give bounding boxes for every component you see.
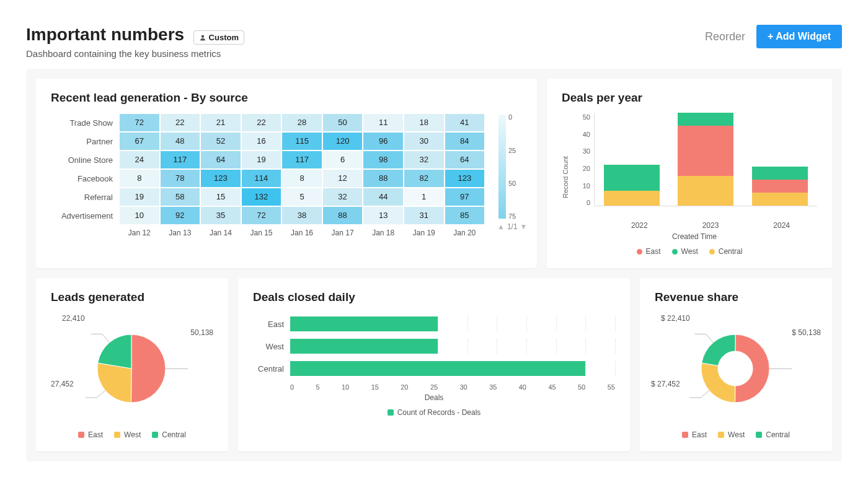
heatmap-cell[interactable]: 114 xyxy=(241,169,282,188)
reorder-button[interactable]: Reorder xyxy=(705,30,745,43)
heatmap-cell[interactable]: 12 xyxy=(322,169,363,188)
add-widget-button[interactable]: + Add Widget xyxy=(756,25,842,48)
deals-daily-xlabel: Deals xyxy=(253,393,615,402)
heatmap-cell[interactable]: 8 xyxy=(281,169,322,188)
rev-lbl-west: $ 27,452 xyxy=(651,380,680,388)
hbar-fill[interactable] xyxy=(290,339,438,354)
deals-year-xlabel: Created Time xyxy=(572,232,817,241)
heatmap-cell[interactable]: 64 xyxy=(445,151,485,169)
heatmap-cell[interactable]: 97 xyxy=(445,188,485,206)
heatmap-cell[interactable]: 88 xyxy=(322,206,363,225)
deals-year-yaxis: 50403020100 xyxy=(572,113,594,206)
person-icon xyxy=(199,34,206,41)
heatmap-row-label: Trade Show xyxy=(51,118,119,128)
heatmap-cell[interactable]: 35 xyxy=(200,206,241,225)
deals-year-legend: East West Central xyxy=(562,247,817,256)
heatmap-cell[interactable]: 115 xyxy=(281,132,322,151)
pager-prev-icon[interactable]: ▲ xyxy=(497,222,505,231)
rev-lbl-east: $ 50,138 xyxy=(792,328,821,337)
heatmap-cell[interactable]: 92 xyxy=(160,206,201,225)
heatmap-cell[interactable]: 19 xyxy=(241,151,282,169)
deals-year-card: Deals per year Record Count 50403020100 … xyxy=(547,79,832,268)
heatmap-cell[interactable]: 21 xyxy=(200,113,241,132)
pie-slice[interactable] xyxy=(98,334,131,369)
deals-daily-plot: EastWestCentral xyxy=(253,313,615,380)
heatmap-cell[interactable]: 58 xyxy=(160,188,201,206)
hbar-fill[interactable] xyxy=(290,316,438,331)
heatmap-row-label: Partner xyxy=(51,137,119,146)
heatmap-cell[interactable]: 48 xyxy=(160,132,201,151)
leads-pie-svg xyxy=(51,313,212,418)
heatmap-cell[interactable]: 10 xyxy=(119,206,160,225)
pie-slice[interactable] xyxy=(701,363,735,403)
heatmap-cell[interactable]: 32 xyxy=(322,188,363,206)
pie-slice[interactable] xyxy=(735,334,769,403)
custom-badge[interactable]: Custom xyxy=(193,30,244,45)
heatmap-cell[interactable]: 78 xyxy=(160,169,201,188)
heatmap-cell[interactable]: 1 xyxy=(404,188,445,206)
heatmap-cell[interactable]: 16 xyxy=(241,132,282,151)
heatmap-cell[interactable]: 96 xyxy=(363,132,404,151)
leads-pie-card: Leads generated 22,410 50,138 27,452 Eas… xyxy=(36,278,228,452)
heatmap-cell[interactable]: 18 xyxy=(404,113,445,132)
heatmap-cell[interactable]: 123 xyxy=(200,169,241,188)
heatmap-cell[interactable]: 84 xyxy=(445,132,485,151)
heatmap-cell[interactable]: 19 xyxy=(119,188,160,206)
heatmap-cell[interactable]: 41 xyxy=(445,113,485,132)
page-title: Important numbers xyxy=(26,25,184,45)
heatmap-cell[interactable]: 8 xyxy=(119,169,160,188)
deals-daily-legend: Count of Records - Deals xyxy=(253,408,615,417)
heatmap-cell[interactable]: 24 xyxy=(119,151,160,169)
stacked-bar[interactable] xyxy=(752,167,808,206)
deals-year-plot xyxy=(594,113,817,206)
deals-year-xlabels: 202220232024 xyxy=(604,217,817,230)
pie-slice[interactable] xyxy=(97,363,131,403)
heatmap-cell[interactable]: 11 xyxy=(363,113,404,132)
hbar-fill[interactable] xyxy=(290,361,585,376)
heatmap-cell[interactable]: 44 xyxy=(363,188,404,206)
heatmap-cell[interactable]: 120 xyxy=(322,132,363,151)
heatmap-cell[interactable]: 5 xyxy=(281,188,322,206)
hbar-label: West xyxy=(253,342,290,351)
heatmap-cell[interactable]: 98 xyxy=(363,151,404,169)
heatmap-cell[interactable]: 82 xyxy=(404,169,445,188)
heatmap-cell[interactable]: 28 xyxy=(281,113,322,132)
stacked-bar[interactable] xyxy=(604,165,660,206)
stacked-bar[interactable] xyxy=(678,113,733,206)
heatmap-cell[interactable]: 64 xyxy=(200,151,241,169)
heatmap-cell[interactable]: 32 xyxy=(404,151,445,169)
heatmap-cell[interactable]: 13 xyxy=(363,206,404,225)
header-right: Reorder + Add Widget xyxy=(705,25,842,48)
heatmap-row-label: Advertisement xyxy=(51,211,119,220)
heatmap-cell[interactable]: 72 xyxy=(241,206,282,225)
pie-slice[interactable] xyxy=(702,334,735,365)
heatmap-cell[interactable]: 22 xyxy=(241,113,282,132)
pie-slice[interactable] xyxy=(131,334,166,403)
heatmap-cell[interactable]: 52 xyxy=(200,132,241,151)
leads-lbl-central: 22,410 xyxy=(62,314,85,323)
custom-badge-label: Custom xyxy=(209,33,239,42)
heatmap-cell[interactable]: 132 xyxy=(241,188,282,206)
heatmap-cell[interactable]: 117 xyxy=(281,151,322,169)
heatmap-cell[interactable]: 88 xyxy=(363,169,404,188)
heatmap-cell[interactable]: 31 xyxy=(404,206,445,225)
heatmap-pager[interactable]: ▲ 1/1 ▼ xyxy=(497,222,522,231)
heatmap-cell[interactable]: 6 xyxy=(322,151,363,169)
deals-year-ylabel: Record Count xyxy=(562,113,569,241)
heatmap-cell[interactable]: 22 xyxy=(160,113,201,132)
revenue-card: Revenue share $ 22,410 $ 50,138 $ 27,452… xyxy=(640,278,832,452)
pager-next-icon[interactable]: ▼ xyxy=(520,222,528,231)
heatmap-cell[interactable]: 15 xyxy=(200,188,241,206)
heatmap-cell[interactable]: 67 xyxy=(119,132,160,151)
heatmap-cell[interactable]: 30 xyxy=(404,132,445,151)
heatmap-cell[interactable]: 117 xyxy=(160,151,201,169)
heatmap-cell[interactable]: 85 xyxy=(445,206,485,225)
heatmap-cell[interactable]: 50 xyxy=(322,113,363,132)
heatmap-cell[interactable]: 38 xyxy=(281,206,322,225)
revenue-legend: East West Central xyxy=(655,430,817,439)
heatmap-cell[interactable]: 72 xyxy=(119,113,160,132)
leads-lbl-east: 50,138 xyxy=(190,328,213,337)
heatmap-cell[interactable]: 123 xyxy=(445,169,485,188)
leads-lbl-west: 27,452 xyxy=(51,380,74,388)
heatmap-row-label: Online Store xyxy=(51,155,119,165)
